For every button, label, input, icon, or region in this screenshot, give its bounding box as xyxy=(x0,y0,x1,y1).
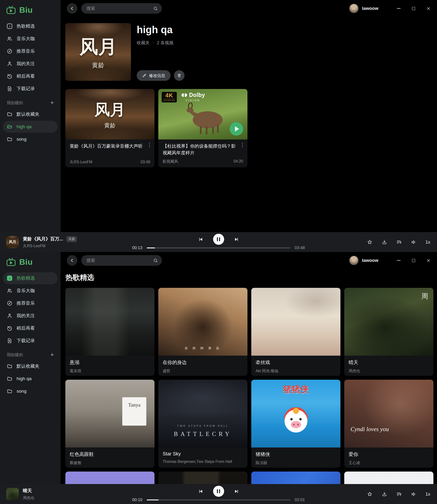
app-logo[interactable]: Biu xyxy=(3,256,58,267)
song-title: 红色高跟鞋 xyxy=(70,451,150,458)
sidebar-item-watch-later[interactable]: 稍后再看 xyxy=(3,70,58,82)
sidebar-item-music-stars[interactable]: 音乐大咖 xyxy=(3,33,58,45)
song-card-partial[interactable] xyxy=(158,472,248,484)
music-note-icon: ♪ xyxy=(7,23,12,29)
pause-button[interactable] xyxy=(213,486,224,497)
song-card[interactable]: 周 晴天 周杰伦 xyxy=(344,288,433,376)
search-bar[interactable] xyxy=(81,3,162,14)
more-options-icon[interactable]: ⋮ xyxy=(240,142,245,148)
song-artist: 陈洁丽 xyxy=(256,461,336,465)
sidebar-item-label: 推荐音乐 xyxy=(17,48,35,54)
folder-label: 默认收藏夹 xyxy=(17,363,40,369)
song-card-partial[interactable] xyxy=(251,472,340,484)
delete-collection-button[interactable] xyxy=(174,70,185,81)
now-playing-thumbnail[interactable] xyxy=(6,488,19,500)
play-button[interactable] xyxy=(230,122,243,136)
seek-bar[interactable] xyxy=(147,499,290,500)
pause-button[interactable] xyxy=(213,234,224,245)
sidebar-folder-high-qa[interactable]: high qa xyxy=(3,373,58,385)
maximize-button[interactable] xyxy=(411,258,416,263)
sidebar-folder-default[interactable]: 默认收藏夹 xyxy=(3,108,58,120)
sidebar-item-recommended[interactable]: 推荐音乐 xyxy=(3,45,58,57)
sidebar-item-music-stars[interactable]: 音乐大咖 xyxy=(3,285,58,297)
antelope-video-art: 4K ULTRA HD Dolby VISION xyxy=(158,89,248,139)
playback-speed-button[interactable]: 1x xyxy=(426,239,430,245)
app-window-hot-songs: Biu ♪ 热歌精选 音乐大咖 推荐音乐 我的关注 稍后再看 xyxy=(0,252,437,504)
now-playing-artist: 周杰伦 xyxy=(23,496,34,501)
queue-button[interactable] xyxy=(396,239,402,245)
favorite-button[interactable] xyxy=(367,239,373,245)
more-options-icon[interactable]: ⋮ xyxy=(147,142,152,148)
speaker-icon xyxy=(411,239,417,245)
back-button[interactable] xyxy=(67,255,77,266)
dolby-double-d-icon xyxy=(181,93,188,97)
song-card[interactable]: Tanya 红色高跟鞋 蔡健雅 xyxy=(65,380,154,468)
sidebar-item-following[interactable]: 我的关注 xyxy=(3,310,58,322)
chevron-left-icon xyxy=(70,258,75,263)
song-card[interactable]: 牵丝戏 Aki 阿杰,银临 xyxy=(251,288,340,376)
minimize-button[interactable] xyxy=(396,258,401,263)
edit-info-button[interactable]: 修改信息 xyxy=(137,70,170,81)
search-input[interactable] xyxy=(86,258,151,263)
search-input[interactable] xyxy=(86,6,151,11)
sidebar-item-downloads[interactable]: 下载记录 xyxy=(3,335,58,347)
sidebar-folder-default[interactable]: 默认收藏夹 xyxy=(3,360,58,372)
video-duration: 03:49 xyxy=(140,160,150,164)
sidebar-item-label: 我的关注 xyxy=(17,61,35,67)
user-account[interactable]: lawoow xyxy=(349,256,378,265)
minimize-button[interactable] xyxy=(396,6,401,11)
music-note-icon: ♪ xyxy=(7,275,12,281)
sidebar-item-following[interactable]: 我的关注 xyxy=(3,58,58,70)
download-icon xyxy=(381,491,387,497)
queue-button[interactable] xyxy=(396,491,402,497)
previous-track-button[interactable] xyxy=(198,489,203,494)
folder-icon xyxy=(7,363,12,369)
previous-icon xyxy=(198,489,203,494)
song-card[interactable]: TWO STEPS FROM HELL BATTLECRY Star Sky T… xyxy=(158,380,248,468)
volume-button[interactable] xyxy=(411,491,417,497)
sidebar-folder-song[interactable]: song xyxy=(3,385,58,397)
close-button[interactable] xyxy=(426,6,431,11)
download-button[interactable] xyxy=(381,239,387,245)
seek-bar[interactable] xyxy=(147,247,290,248)
sidebar-item-hot-songs[interactable]: ♪ 热歌精选 xyxy=(3,20,58,32)
search-bar[interactable] xyxy=(81,255,162,266)
video-card[interactable]: 风月 黄龄 黄龄《风月》百万豪装录音棚大声听 ⋮ JLRS-LeoFM 03:4… xyxy=(65,89,154,167)
sidebar-folder-song[interactable]: song xyxy=(3,133,58,145)
song-card-partial[interactable] xyxy=(65,472,154,484)
next-track-button[interactable] xyxy=(234,237,239,242)
add-folder-button[interactable]: + xyxy=(50,100,54,106)
previous-icon xyxy=(198,237,203,242)
previous-track-button[interactable] xyxy=(198,237,203,242)
folder-icon xyxy=(7,136,12,142)
back-button[interactable] xyxy=(67,3,77,14)
song-card[interactable]: Cyndi loves you 爱你 王心凌 xyxy=(344,380,433,468)
playback-speed-button[interactable]: 1x xyxy=(426,492,430,497)
song-card[interactable]: 在 你 的 身 边 在你的身边 盛哲 xyxy=(158,288,248,376)
download-button[interactable] xyxy=(381,491,387,497)
next-track-button[interactable] xyxy=(234,489,239,494)
song-card[interactable]: 悬溺 葛东琪 xyxy=(65,288,154,376)
meta-separator: · xyxy=(153,40,154,46)
user-account[interactable]: lawoow xyxy=(349,4,378,13)
app-logo[interactable]: Biu xyxy=(3,4,58,15)
song-card[interactable]: 猪猪侠 xyxy=(251,380,340,468)
pencil-icon xyxy=(142,73,147,78)
sidebar-item-hot-songs[interactable]: ♪ 热歌精选 xyxy=(3,272,58,284)
sidebar-item-watch-later[interactable]: 稍后再看 xyxy=(3,322,58,334)
person-icon xyxy=(7,61,12,67)
now-playing-thumbnail[interactable]: 风月 xyxy=(6,236,19,248)
sidebar-item-recommended[interactable]: 推荐音乐 xyxy=(3,297,58,309)
sidebar-folder-high-qa[interactable]: high qa xyxy=(3,121,58,133)
sidebar-item-downloads[interactable]: 下载记录 xyxy=(3,83,58,95)
song-artist: 蔡健雅 xyxy=(70,461,150,465)
favorite-button[interactable] xyxy=(367,491,373,497)
song-artist: 周杰伦 xyxy=(348,369,429,374)
close-button[interactable] xyxy=(426,258,431,263)
video-card[interactable]: 4K ULTRA HD Dolby VISION xyxy=(158,89,248,167)
add-folder-button[interactable]: + xyxy=(50,352,54,358)
song-card-partial[interactable] xyxy=(344,472,433,484)
elapsed-time: 00:10 xyxy=(129,497,142,502)
maximize-button[interactable] xyxy=(411,6,416,11)
volume-button[interactable] xyxy=(411,239,417,245)
